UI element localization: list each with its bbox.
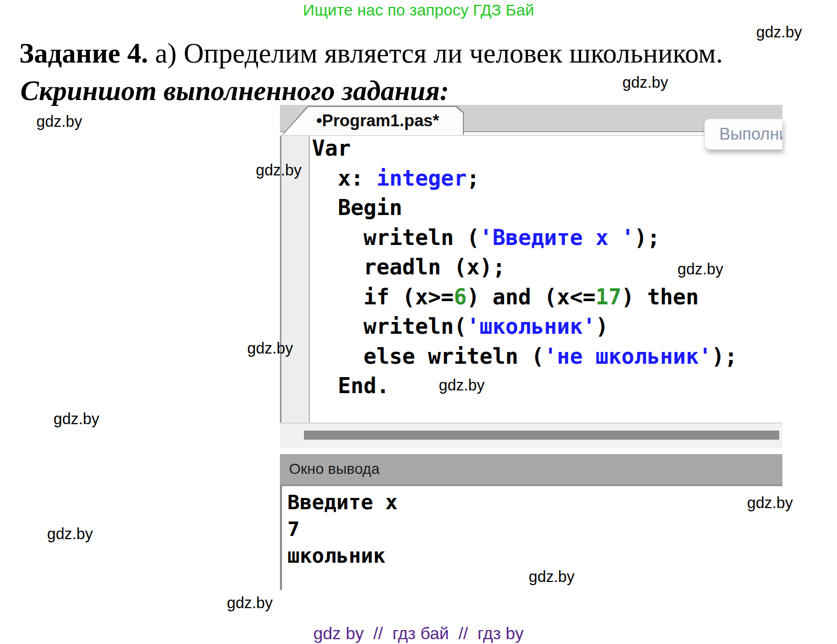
task-text: а) Определим является ли человек школьни… bbox=[148, 38, 723, 68]
screenshot-caption: Скриншот выполненного задания: bbox=[20, 75, 449, 107]
code-segment: ) then bbox=[621, 285, 699, 309]
code-segment: ); bbox=[712, 344, 737, 369]
gdz-watermark: gdz.by bbox=[247, 340, 293, 356]
task-number: Задание 4. bbox=[19, 38, 148, 68]
code-line: Var bbox=[312, 134, 737, 164]
code-segment: 17 bbox=[596, 285, 621, 309]
horizontal-scrollbar[interactable] bbox=[280, 423, 782, 448]
code-segment: Var bbox=[312, 136, 351, 160]
gdz-watermark: gdz.by bbox=[256, 162, 301, 178]
code-line: End. bbox=[312, 371, 737, 401]
code-line: readln (x); bbox=[312, 252, 737, 282]
promo-banner: Ищите нас по запросу ГДЗ Бай bbox=[0, 1, 837, 19]
page: Ищите нас по запросу ГДЗ Бай Задание 4. … bbox=[0, 0, 837, 644]
gdz-watermark: gdz.by bbox=[439, 377, 484, 393]
code-editor[interactable]: Var x: integer; Begin writeln ('Введите … bbox=[310, 134, 737, 423]
output-text: Введите x 7 школьник bbox=[282, 486, 782, 569]
output-window-title: Окно вывода bbox=[289, 461, 379, 477]
run-button[interactable]: Выполни bbox=[704, 119, 782, 150]
gdz-watermark: gdz.by bbox=[54, 411, 99, 427]
code-segment: writeln ( bbox=[312, 225, 480, 250]
scrollbar-thumb[interactable] bbox=[304, 431, 779, 440]
code-segment: 'Введите x ' bbox=[480, 225, 634, 250]
code-segment: else writeln ( bbox=[312, 344, 544, 369]
tab-label: •Program1.pas* bbox=[316, 106, 439, 135]
code-segment: integer bbox=[376, 166, 467, 190]
code-line: writeln ('Введите x '); bbox=[312, 223, 737, 253]
code-line: x: integer; bbox=[312, 164, 737, 194]
code-segment: 'школьник' bbox=[467, 314, 596, 339]
gdz-watermark: gdz.by bbox=[47, 526, 93, 542]
code-line: if (x>=6) and (x<=17) then bbox=[312, 282, 737, 312]
gdz-watermark: gdz.by bbox=[227, 595, 272, 611]
code-segment: readln (x); bbox=[312, 255, 505, 279]
code-segment: End. bbox=[312, 373, 390, 398]
code-segment: 6 bbox=[454, 285, 467, 309]
code-segment: 'не школьник' bbox=[544, 344, 711, 369]
modified-dot-icon: • bbox=[316, 111, 322, 130]
code-segment: Begin bbox=[312, 195, 402, 220]
gdz-watermark: gdz.by bbox=[747, 495, 793, 511]
code-segment: ); bbox=[634, 225, 660, 250]
code-segment: ) and (x<= bbox=[467, 285, 596, 309]
gdz-watermark: gdz.by bbox=[756, 24, 802, 40]
output-window-header: Окно вывода bbox=[280, 454, 782, 484]
tab-filename: Program1.pas* bbox=[322, 111, 439, 130]
code-segment: ) bbox=[596, 314, 608, 339]
footer-watermark: gdz by // гдз бай // гдз by bbox=[0, 624, 837, 643]
editor-area: Var x: integer; Begin writeln ('Введите … bbox=[280, 136, 782, 423]
gdz-watermark: gdz.by bbox=[36, 113, 82, 129]
tab-program1[interactable]: •Program1.pas* bbox=[282, 106, 464, 135]
code-segment: x: bbox=[312, 166, 376, 190]
code-line: else writeln ('не школьник'); bbox=[312, 342, 737, 372]
code-segment: if (x>= bbox=[312, 285, 454, 309]
editor-gutter bbox=[281, 136, 310, 423]
gdz-watermark: gdz.by bbox=[622, 74, 668, 90]
code-line: Begin bbox=[312, 193, 737, 223]
task-title: Задание 4. а) Определим является ли чело… bbox=[19, 37, 723, 70]
gdz-watermark: gdz.by bbox=[678, 261, 723, 277]
panel-divider bbox=[280, 448, 782, 454]
gdz-watermark: gdz.by bbox=[529, 569, 574, 585]
code-segment: ; bbox=[467, 166, 480, 190]
ide-screenshot: •Program1.pas* Выполни Var x: integer; B… bbox=[280, 105, 782, 590]
code-segment: writeln( bbox=[312, 314, 467, 339]
code-line: writeln('школьник') bbox=[312, 312, 737, 342]
